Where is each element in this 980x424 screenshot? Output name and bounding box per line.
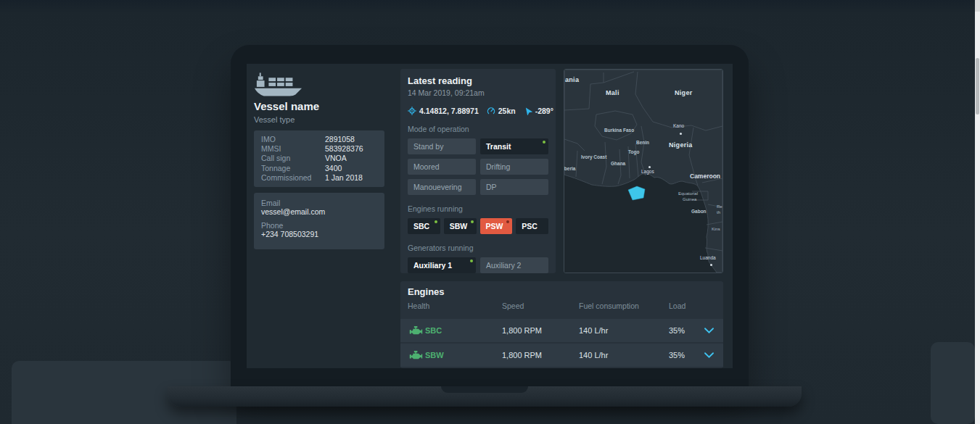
engine-name: SBW: [425, 351, 444, 359]
latest-reading-timestamp: 14 Mar 2019, 09:21am: [408, 88, 548, 97]
position-value: 4.14812, 7.88971: [419, 107, 479, 115]
engines-table-title: Engines: [408, 286, 445, 297]
email-label: Email: [261, 199, 377, 207]
engine-fuel: 140 L/hr: [579, 351, 608, 359]
chevron-down-icon[interactable]: [704, 351, 715, 359]
engines-running-label: Engines running: [408, 204, 548, 213]
gps-target-icon: [408, 107, 416, 115]
chevron-down-icon[interactable]: [704, 326, 715, 335]
laptop-base-notch: [441, 386, 528, 393]
heading-stat: -289°: [524, 107, 553, 115]
scrollbar-top-cap: [975, 0, 980, 12]
engines-running-group: SBC SBW PSW PSC: [408, 218, 548, 234]
dashboard-screen: Vessel name Vessel type IMO2891058 MMSI5…: [247, 64, 733, 368]
vessel-name: Vessel name: [254, 100, 319, 112]
column-header-load: Load: [669, 302, 685, 310]
map-terrain: [564, 70, 722, 273]
generator-button-aux1[interactable]: Auxiliary 1: [408, 257, 476, 273]
generators-running-group: Auxiliary 1 Auxiliary 2: [408, 257, 548, 273]
engine-health-icon: [409, 350, 423, 360]
column-header-fuel: Fuel consumption: [579, 302, 639, 310]
latest-reading-title: Latest reading: [408, 75, 548, 86]
engine-table-row[interactable]: SBC 1,800 RPM 140 L/hr 35%: [400, 319, 723, 342]
engine-button-psw[interactable]: PSW: [480, 218, 513, 234]
ship-icon: [254, 71, 303, 97]
vessel-details-card: IMO2891058 MMSI583928376 Call signVNOA T…: [254, 130, 384, 187]
heading-value: -289°: [535, 107, 553, 115]
mode-button-moored[interactable]: Moored: [408, 159, 476, 175]
background-card-right: [931, 342, 975, 424]
mode-button-transit[interactable]: Transit: [480, 138, 548, 154]
status-dot: [471, 220, 474, 223]
email-value: vessel@email.com: [261, 207, 377, 216]
engines-table: Engines Health Speed Fuel consumption Lo…: [400, 281, 723, 368]
column-header-health: Health: [408, 302, 429, 310]
vessel-contact-card: Email vessel@email.com Phone +234 708503…: [254, 193, 384, 249]
detail-row: Commissioned1 Jan 2018: [261, 173, 377, 183]
city-dot: [710, 264, 712, 266]
phone-label: Phone: [261, 221, 377, 230]
scrollbar-thumb[interactable]: [976, 58, 979, 115]
latest-reading-panel: Latest reading 14 Mar 2019, 09:21am 4.14…: [400, 69, 556, 273]
engine-load: 35%: [669, 351, 685, 359]
engine-table-row[interactable]: SBW 1,800 RPM 140 L/hr 35%: [400, 344, 723, 367]
engine-load: 35%: [669, 326, 685, 335]
status-dot: [543, 141, 545, 144]
engine-name: SBC: [425, 326, 442, 335]
position-stat: 4.14812, 7.88971: [408, 107, 479, 115]
status-dot: [435, 220, 437, 223]
status-dot: [470, 259, 473, 262]
mode-of-operation-group: Stand by Transit Moored Drifting Manouev…: [408, 138, 548, 195]
navigation-arrow-icon: [524, 107, 532, 115]
detail-row: Call signVNOA: [261, 154, 377, 163]
vessel-type: Vessel type: [254, 115, 295, 124]
detail-row: IMO2891058: [261, 135, 377, 144]
engine-button-sbc[interactable]: SBC: [408, 218, 440, 234]
detail-row: Tonnage3400: [261, 164, 377, 173]
generators-running-label: Generators running: [408, 244, 548, 252]
laptop-base: [168, 386, 802, 407]
speed-value: 25kn: [498, 107, 516, 115]
city-dot: [680, 133, 682, 135]
mode-of-operation-label: Mode of operation: [408, 125, 548, 133]
laptop-screen-bezel: Vessel name Vessel type IMO2891058 MMSI5…: [231, 45, 749, 386]
mode-button-standby[interactable]: Stand by: [408, 138, 476, 154]
engine-speed: 1,800 RPM: [502, 351, 542, 359]
speed-stat: 25kn: [487, 107, 516, 115]
gauge-icon: [487, 107, 495, 115]
engine-speed: 1,800 RPM: [502, 326, 542, 335]
alert-dot: [506, 220, 509, 223]
phone-value: +234 708503291: [261, 230, 377, 238]
generator-button-aux2[interactable]: Auxiliary 2: [480, 257, 548, 273]
mode-button-drifting[interactable]: Drifting: [480, 159, 548, 175]
engine-button-psc[interactable]: PSC: [516, 218, 548, 234]
engine-button-sbw[interactable]: SBW: [444, 218, 477, 234]
latest-reading-stats: 4.14812, 7.88971 25kn -289°: [408, 107, 548, 115]
engine-health-icon: [409, 325, 423, 336]
vessel-map[interactable]: Mali Niger Nigeria Cameroon Burkina Faso…: [564, 69, 723, 273]
engine-fuel: 140 L/hr: [579, 326, 608, 335]
mode-button-manouevering[interactable]: Manouevering: [408, 179, 476, 195]
city-dot: [648, 166, 651, 168]
column-header-speed: Speed: [502, 302, 524, 310]
detail-row: MMSI583928376: [261, 144, 377, 154]
mode-button-dp[interactable]: DP: [480, 179, 548, 195]
